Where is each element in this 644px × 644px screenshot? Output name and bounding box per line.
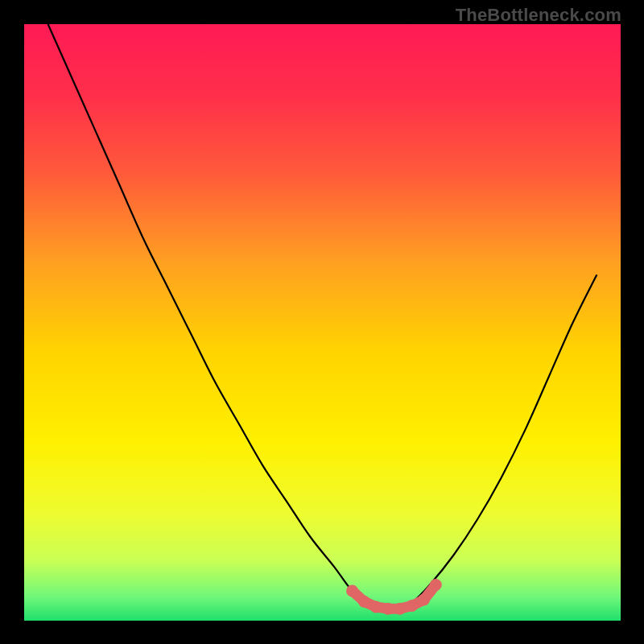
chart-container: TheBottleneck.com (0, 0, 644, 644)
chart-svg (24, 24, 621, 621)
marker-dot (358, 596, 370, 608)
marker-dot (418, 594, 430, 606)
marker-dot (370, 601, 382, 613)
marker-dot (346, 584, 358, 597)
marker-dot (406, 600, 418, 612)
plot-area (24, 24, 621, 621)
watermark-text: TheBottleneck.com (456, 5, 621, 26)
gradient-bg (24, 24, 621, 621)
marker-dot (394, 603, 406, 615)
marker-dot (430, 579, 442, 591)
marker-dot (382, 603, 394, 615)
